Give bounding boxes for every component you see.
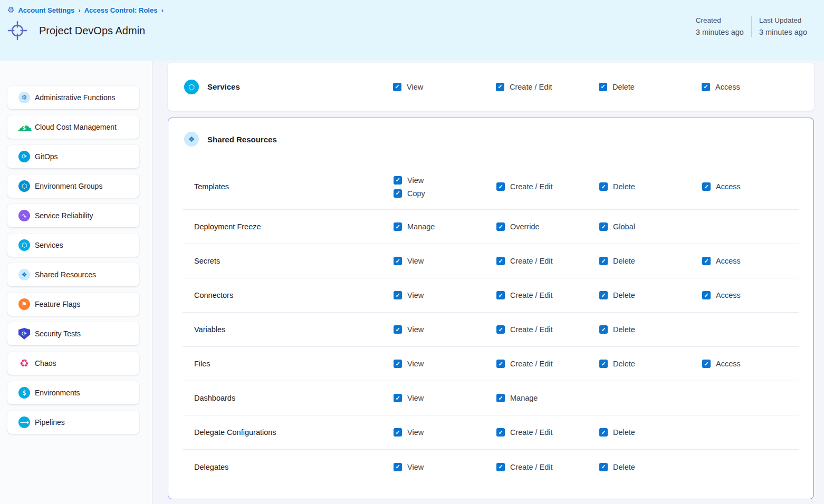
permission-cell: Create / Edit (496, 182, 599, 191)
permission-delete[interactable]: Delete (599, 257, 635, 265)
checkbox-delete (599, 325, 608, 334)
permission-cell: View (394, 257, 496, 265)
permission-delete[interactable]: Delete (599, 182, 635, 191)
created-block: Created 3 minutes ago (688, 15, 751, 38)
checkbox-create-edit (496, 257, 505, 265)
permission-access[interactable]: Access (702, 360, 741, 368)
sidebar-item-environment-groups[interactable]: ⬡ Environment Groups (7, 175, 139, 198)
checkbox-create-edit (496, 360, 505, 368)
sidebar-item-feature-flags[interactable]: ⚑ Feature Flags (7, 293, 139, 316)
checkbox-delete (599, 291, 608, 299)
sidebar-item-cloud-cost-management[interactable]: ☁$ Cloud Cost Management (7, 115, 139, 139)
permission-create-edit[interactable]: Create / Edit (496, 428, 553, 437)
sidebar-item-gitops[interactable]: ⟳ GitOps (7, 145, 139, 168)
permission-create-edit[interactable]: Create / Edit (496, 325, 553, 334)
checkbox-access (702, 291, 711, 299)
checkbox-create-edit (496, 325, 505, 334)
last-updated-value: 3 minutes ago (759, 26, 807, 38)
checkbox-create-edit (496, 428, 505, 437)
sidebar-item-chaos[interactable]: ♻ Chaos (7, 352, 139, 375)
permission-create-edit[interactable]: Create / Edit (496, 360, 553, 368)
permission-manage[interactable]: Manage (496, 394, 538, 402)
breadcrumb-separator: › (161, 6, 163, 14)
permission-cell: View (394, 428, 496, 437)
role-crosshair-icon (7, 21, 27, 41)
permission-delete[interactable]: Delete (599, 83, 635, 91)
permission-create-edit[interactable]: Create / Edit (496, 463, 553, 471)
permission-view[interactable]: View (394, 257, 424, 265)
gear-icon: ⚙ (7, 6, 14, 14)
breadcrumb-account-settings[interactable]: Account Settings (18, 6, 74, 14)
permission-cell: View (394, 360, 496, 368)
permission-delete[interactable]: Delete (599, 360, 635, 368)
checkbox-delete (599, 83, 607, 91)
last-updated-block: Last Updated 3 minutes ago (752, 15, 815, 38)
checkbox-create-edit (496, 291, 505, 299)
permission-cell: Create / Edit (496, 428, 599, 437)
checkbox-create-edit (496, 463, 505, 471)
sidebar-item-shared-resources[interactable]: ❖ Shared Resources (7, 263, 139, 286)
permission-access[interactable]: Access (702, 291, 741, 299)
permission-delete[interactable]: Delete (599, 291, 635, 299)
permission-view[interactable]: View (394, 291, 424, 299)
resource-row-files: Files View Create / Edit Delete Access (183, 347, 799, 381)
permission-access[interactable]: Access (702, 257, 741, 265)
checkbox-delete (599, 257, 608, 265)
permission-view[interactable]: View (394, 325, 424, 334)
gitops-icon: ⟳ (18, 151, 30, 162)
feature-flags-icon: ⚑ (18, 298, 30, 310)
permission-cell: Delete (599, 291, 702, 299)
permission-create-edit[interactable]: Create / Edit (496, 182, 553, 191)
sidebar-item-pipelines[interactable]: ⟿ Pipelines (7, 411, 139, 434)
permission-global[interactable]: Global (599, 222, 635, 231)
permission-view[interactable]: View (394, 360, 424, 368)
resource-label: Secrets (183, 257, 394, 265)
services-permission-cell: View (393, 83, 496, 91)
permission-cell: Access (702, 257, 799, 265)
permission-cell: Create / Edit (496, 463, 599, 471)
permission-view[interactable]: View (394, 176, 424, 185)
permission-manage[interactable]: Manage (394, 222, 435, 231)
breadcrumb-separator: › (78, 6, 80, 14)
sidebar-item-services[interactable]: ⬡ Services (7, 234, 139, 257)
permission-create-edit[interactable]: Create / Edit (496, 257, 553, 265)
permission-cell: Delete (599, 325, 702, 334)
permission-cell: Create / Edit (496, 291, 599, 299)
permission-copy[interactable]: Copy (394, 189, 425, 198)
breadcrumb-access-control-roles[interactable]: Access Control: Roles (84, 6, 158, 14)
permission-view[interactable]: View (394, 428, 424, 437)
resource-label: Variables (183, 325, 394, 334)
shared-resources-section-title: Shared Resources (207, 135, 277, 144)
permission-access[interactable]: Access (702, 83, 740, 91)
permission-cell: Delete (599, 428, 702, 437)
pipelines-icon: ⟿ (18, 416, 30, 428)
permission-override[interactable]: Override (496, 222, 540, 231)
resource-row-secrets: Secrets View Create / Edit Delete Access (183, 244, 799, 278)
permission-access[interactable]: Access (702, 182, 741, 191)
permission-delete[interactable]: Delete (599, 463, 635, 471)
permission-view[interactable]: View (394, 394, 424, 402)
cloud-cost-management-icon: ☁$ (18, 121, 30, 133)
sidebar-item-service-reliability[interactable]: ∿ Service Reliability (7, 204, 139, 227)
checkbox-global (599, 222, 608, 231)
permission-cell: Manage (394, 222, 496, 231)
resource-row-variables: Variables View Create / Edit Delete (183, 313, 799, 347)
sidebar-item-security-tests[interactable]: ⟳ Security Tests (7, 322, 139, 345)
resource-row-delegates: Delegates View Create / Edit Delete (183, 450, 799, 484)
environments-icon: $ (18, 387, 30, 399)
permission-create-edit[interactable]: Create / Edit (496, 291, 553, 299)
permission-cell: Create / Edit (496, 325, 599, 334)
role-meta: Created 3 minutes ago Last Updated 3 min… (688, 15, 815, 38)
permission-view[interactable]: View (393, 83, 423, 91)
resource-row-dashboards: Dashboards View Manage (183, 381, 799, 415)
permission-cell: Access (702, 291, 799, 299)
permission-cell: Access (702, 182, 799, 191)
permission-create-edit[interactable]: Create / Edit (496, 83, 552, 91)
services-permission-cell: Delete (599, 83, 702, 91)
sidebar-item-administrative-functions[interactable]: ⚙ Administrative Functions (7, 86, 139, 109)
resource-row-connectors: Connectors View Create / Edit Delete Acc… (183, 278, 799, 313)
permission-delete[interactable]: Delete (599, 325, 635, 334)
sidebar-item-environments[interactable]: $ Environments (7, 381, 139, 404)
permission-view[interactable]: View (394, 463, 424, 471)
permission-delete[interactable]: Delete (599, 428, 635, 437)
